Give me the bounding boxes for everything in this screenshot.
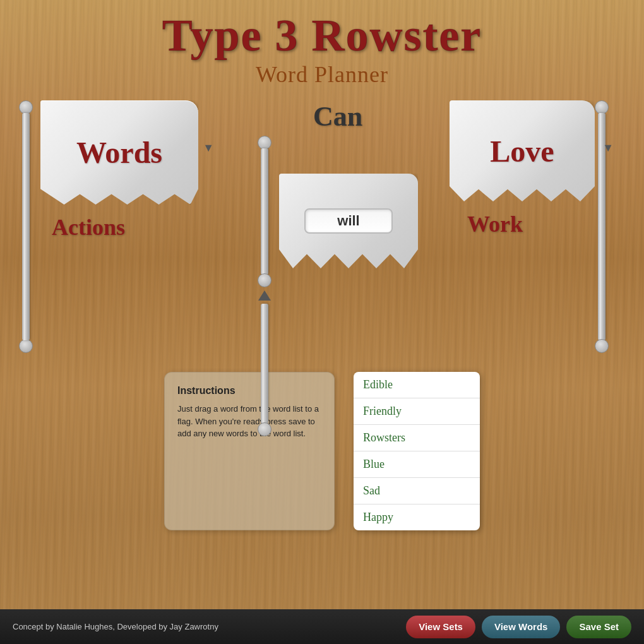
header: Type 3 Rowster Word Planner [0,0,644,88]
right-action-label: Work [467,211,523,237]
center-pole-wrap-top [258,136,418,436]
app-subtitle: Word Planner [0,61,644,88]
right-dropdown-arrow[interactable]: ▼ [602,141,614,155]
view-words-button[interactable]: View Words [482,616,560,638]
center-mid-screw [258,273,271,287]
left-flag-label: Words [76,135,162,170]
footer-buttons: View Sets View Words Save Set [406,616,631,638]
left-pole [22,113,30,340]
right-flag-label-wrap: Love ▼ Work [442,100,595,237]
center-triangle-up-row [258,290,271,301]
right-pole-container [595,100,609,353]
left-action-label: Actions [52,214,125,241]
list-item[interactable]: Sad [354,478,480,504]
center-bottom-flag[interactable] [279,174,418,268]
center-word-input[interactable] [304,208,393,234]
view-sets-button[interactable]: View Sets [406,616,475,638]
center-up-arrow[interactable] [258,290,271,301]
left-pole-container [19,100,33,353]
list-item[interactable]: Blue [354,451,480,478]
right-flag-label: Love [490,134,554,169]
footer-bar: Concept by Natalie Hughes, Developed by … [0,609,644,644]
center-bottom-flag-wrap [271,174,418,268]
app-title: Type 3 Rowster [0,13,644,58]
flags-area: Words ▼ Actions Can [0,100,644,353]
right-flag[interactable]: Love [450,100,595,201]
left-pole-top-screw [19,100,33,114]
list-item[interactable]: Happy [354,504,480,530]
right-pole-top-screw [595,100,609,114]
center-flag-section: Can [256,100,420,436]
left-flag[interactable]: Words [40,100,198,205]
center-top-label: Can [313,100,362,133]
center-bottom-screw [258,422,271,436]
center-pole-top-container [258,136,271,436]
right-flag-row: Love ▼ [442,100,595,201]
save-set-button[interactable]: Save Set [566,616,631,638]
left-flag-row: Words ▼ [33,100,198,205]
center-pole-bottom [261,304,268,424]
right-pole-bottom-screw [595,339,609,353]
left-flag-and-label: Words ▼ Actions [33,100,198,241]
right-flag-section: Love ▼ Work [442,100,625,353]
left-dropdown-arrow[interactable]: ▼ [203,141,214,155]
left-flag-section: Words ▼ Actions [19,100,234,353]
center-pole-top [261,148,268,275]
center-top-screw [258,136,271,150]
left-pole-bottom-screw [19,339,33,353]
footer-credit: Concept by Natalie Hughes, Developed by … [13,622,218,631]
